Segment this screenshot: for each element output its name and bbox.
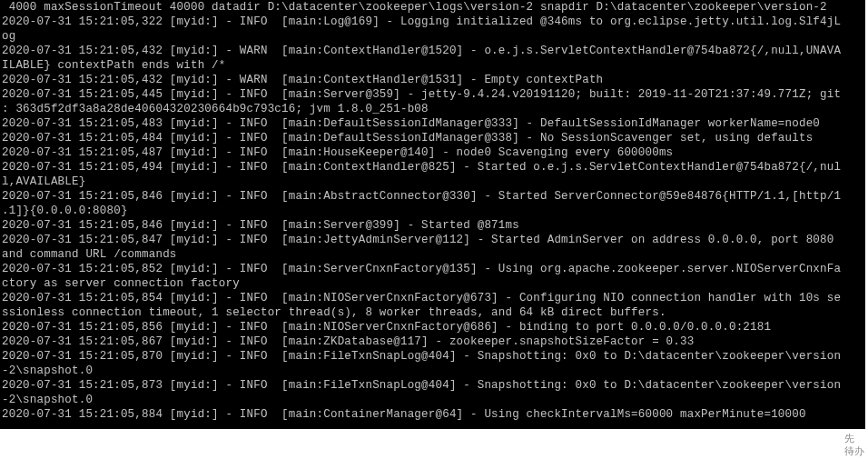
log-line: and command URL /commands bbox=[2, 247, 863, 262]
log-line: 2020-07-31 15:21:05,432 [myid:] - WARN [… bbox=[2, 44, 863, 58]
hint-line-2: 待办 bbox=[844, 444, 864, 457]
log-line: 4000 maxSessionTimeout 40000 datadir D:\… bbox=[2, 0, 863, 15]
log-line: .1]}{0.0.0.0:8080} bbox=[2, 204, 863, 218]
log-line: -2\snapshot.0 bbox=[2, 364, 863, 378]
sidebar-hint: 先 待办 bbox=[844, 432, 864, 457]
log-line: 2020-07-31 15:21:05,445 [myid:] - INFO [… bbox=[2, 87, 863, 102]
log-line: 2020-07-31 15:21:05,854 [myid:] - INFO [… bbox=[2, 291, 863, 305]
log-line: 2020-07-31 15:21:05,846 [myid:] - INFO [… bbox=[2, 218, 863, 233]
log-line: ctory as server connection factory bbox=[2, 276, 863, 291]
terminal-output[interactable]: 4000 maxSessionTimeout 40000 datadir D:\… bbox=[0, 0, 865, 429]
log-line: l,AVAILABLE} bbox=[2, 175, 863, 189]
log-line: 2020-07-31 15:21:05,873 [myid:] - INFO [… bbox=[2, 378, 863, 393]
log-line: 2020-07-31 15:21:05,884 [myid:] - INFO [… bbox=[2, 407, 863, 422]
log-line: 2020-07-31 15:21:05,483 [myid:] - INFO [… bbox=[2, 116, 863, 131]
log-line: 2020-07-31 15:21:05,867 [myid:] - INFO [… bbox=[2, 334, 863, 349]
log-line: : 363d5f2df3a8a28de40604320230664b9c793c… bbox=[2, 102, 863, 116]
log-line: 2020-07-31 15:21:05,432 [myid:] - WARN [… bbox=[2, 73, 863, 87]
log-line: 2020-07-31 15:21:05,487 [myid:] - INFO [… bbox=[2, 145, 863, 160]
log-line: 2020-07-31 15:21:05,852 [myid:] - INFO [… bbox=[2, 262, 863, 276]
log-line: ILABLE} contextPath ends with /* bbox=[2, 58, 863, 73]
hint-line-1: 先 bbox=[844, 432, 864, 444]
log-line: og bbox=[2, 29, 863, 44]
log-line: 2020-07-31 15:21:05,856 [myid:] - INFO [… bbox=[2, 320, 863, 334]
log-line: 2020-07-31 15:21:05,870 [myid:] - INFO [… bbox=[2, 349, 863, 364]
log-line: ssionless connection timeout, 1 selector… bbox=[2, 305, 863, 320]
log-line: 2020-07-31 15:21:05,484 [myid:] - INFO [… bbox=[2, 131, 863, 145]
log-line: 2020-07-31 15:21:05,846 [myid:] - INFO [… bbox=[2, 189, 863, 204]
log-line: 2020-07-31 15:21:05,322 [myid:] - INFO [… bbox=[2, 15, 863, 29]
log-line: 2020-07-31 15:21:05,847 [myid:] - INFO [… bbox=[2, 233, 863, 247]
log-line: -2\snapshot.0 bbox=[2, 393, 863, 407]
log-line: 2020-07-31 15:21:05,494 [myid:] - INFO [… bbox=[2, 160, 863, 175]
